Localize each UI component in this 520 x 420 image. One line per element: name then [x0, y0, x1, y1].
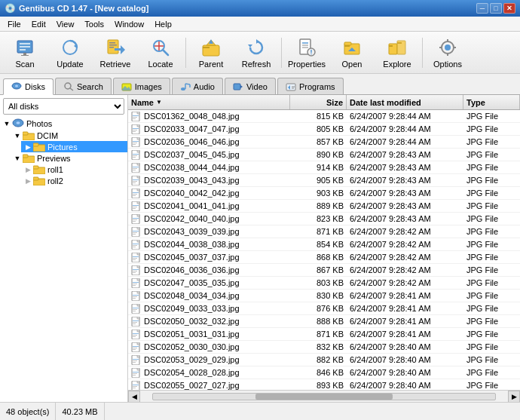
file-type-cell: JPG File — [463, 342, 520, 352]
table-row[interactable]: DSC02054_0028_028.jpg 846 KB 6/24/2007 9… — [128, 366, 520, 379]
file-list[interactable]: DSC01362_0048_048.jpg 815 KB 6/24/2007 9… — [128, 110, 520, 390]
explore-button[interactable]: Explore — [375, 34, 419, 72]
table-row[interactable]: DSC02049_0033_033.jpg 876 KB 6/24/2007 9… — [128, 302, 520, 315]
table-row[interactable]: DSC02033_0047_047.jpg 805 KB 6/24/2007 9… — [128, 123, 520, 136]
table-row[interactable]: DSC02041_0041_041.jpg 889 KB 6/24/2007 9… — [128, 200, 520, 213]
jpg-file-icon — [131, 201, 142, 210]
close-button[interactable]: ✕ — [503, 3, 515, 14]
minimize-button[interactable]: ─ — [476, 3, 488, 14]
menu-help[interactable]: Help — [150, 18, 176, 30]
table-row[interactable]: DSC01362_0048_048.jpg 815 KB 6/24/2007 9… — [128, 110, 520, 123]
refresh-button[interactable]: Refresh — [234, 34, 278, 72]
tab-audio[interactable]: Audio — [172, 78, 223, 94]
table-row[interactable]: DSC02042_0040_040.jpg 823 KB 6/24/2007 9… — [128, 213, 520, 225]
properties-button[interactable]: Properties — [285, 34, 329, 72]
table-row[interactable]: DSC02037_0045_045.jpg 890 KB 6/24/2007 9… — [128, 149, 520, 161]
file-name-cell: DSC02042_0040_040.jpg — [128, 213, 290, 224]
table-row[interactable]: DSC02051_0031_031.jpg 871 KB 6/24/2007 9… — [128, 328, 520, 341]
svg-rect-141 — [137, 253, 139, 255]
scroll-left-button[interactable]: ◀ — [128, 391, 140, 403]
tab-disks[interactable]: Disks — [3, 78, 54, 95]
folder-icon-pictures — [33, 142, 45, 152]
restore-button[interactable]: □ — [490, 3, 502, 14]
tree-toggle-roll2[interactable]: ▶ — [23, 177, 33, 185]
table-row[interactable]: DSC02044_0038_038.jpg 854 KB 6/24/2007 9… — [128, 238, 520, 251]
menu-edit[interactable]: Edit — [27, 18, 50, 30]
disk-filter-select[interactable]: All disks — [3, 98, 124, 115]
horizontal-scrollbar[interactable]: ◀ ▶ — [128, 390, 520, 402]
file-type-cell: JPG File — [463, 201, 520, 211]
open-button[interactable]: Open — [330, 34, 374, 72]
table-row[interactable]: DSC02052_0030_030.jpg 832 KB 6/24/2007 9… — [128, 341, 520, 354]
col-header-size[interactable]: Size — [290, 95, 347, 109]
locate-button[interactable]: Locate — [139, 34, 182, 72]
file-name-cell: DSC02047_0035_035.jpg — [128, 277, 290, 288]
svg-rect-4 — [23, 53, 26, 55]
parent-button[interactable]: Parent — [189, 34, 233, 72]
jpg-file-icon — [131, 368, 142, 377]
svg-rect-183 — [137, 342, 139, 345]
svg-rect-153 — [137, 278, 139, 281]
table-row[interactable]: DSC02036_0046_046.jpg 857 KB 6/24/2007 9… — [128, 136, 520, 149]
menu-file[interactable]: File — [3, 18, 26, 30]
scroll-thumb[interactable] — [255, 394, 393, 400]
update-button[interactable]: Update — [48, 34, 92, 72]
file-date-cell: 6/24/2007 9:28:42 AM — [347, 239, 463, 250]
svg-rect-83 — [133, 130, 137, 130]
svg-rect-87 — [137, 137, 139, 139]
tree-toggle-previews[interactable]: ▼ — [12, 155, 23, 162]
table-row[interactable]: DSC02043_0039_039.jpg 871 KB 6/24/2007 9… — [128, 225, 520, 238]
retrieve-button[interactable]: Retrieve — [93, 34, 137, 72]
tree-label-roll2: roll2 — [47, 176, 63, 185]
tree-item-previews[interactable]: ▼ Previews — [11, 152, 127, 164]
scan-button[interactable]: Scan — [3, 34, 47, 72]
tree-toggle-pictures[interactable]: ▶ — [23, 143, 33, 151]
scroll-track[interactable] — [152, 393, 496, 400]
scroll-right-button[interactable]: ▶ — [508, 391, 520, 403]
svg-rect-155 — [133, 284, 137, 284]
table-row[interactable]: DSC02040_0042_042.jpg 903 KB 6/24/2007 9… — [128, 187, 520, 200]
table-row[interactable]: DSC02053_0029_029.jpg 882 KB 6/24/2007 9… — [128, 354, 520, 366]
menu-view[interactable]: View — [52, 18, 79, 30]
tree-item-roll2[interactable]: ▶ roll2 — [21, 175, 127, 186]
tree-toggle-photos[interactable]: ▼ — [2, 120, 12, 127]
table-row[interactable]: DSC02039_0043_043.jpg 905 KB 6/24/2007 9… — [128, 174, 520, 187]
tree-item-roll1[interactable]: ▶ roll1 — [21, 164, 127, 175]
table-row[interactable]: DSC02045_0037_037.jpg 868 KB 6/24/2007 9… — [128, 251, 520, 264]
svg-rect-82 — [133, 128, 139, 129]
table-row[interactable]: DSC02055_0027_027.jpg 893 KB 6/24/2007 9… — [128, 379, 520, 390]
col-header-type[interactable]: Type — [463, 95, 520, 109]
tab-video[interactable]: Video — [225, 78, 276, 94]
file-date-cell: 6/24/2007 9:28:43 AM — [347, 201, 463, 211]
tree-label-roll1: roll1 — [47, 165, 63, 174]
menu-tools[interactable]: Tools — [80, 18, 109, 30]
tree-item-photos[interactable]: ▼ Photos — [0, 118, 127, 130]
file-name-cell: DSC02039_0043_043.jpg — [128, 175, 290, 185]
tree-item-pictures[interactable]: ▶ Pictures — [21, 141, 127, 152]
options-button[interactable]: Options — [426, 34, 470, 72]
search-tab-icon — [63, 82, 74, 91]
menu-window[interactable]: Window — [110, 18, 148, 30]
table-row[interactable]: DSC02046_0036_036.jpg 867 KB 6/24/2007 9… — [128, 264, 520, 277]
table-row[interactable]: DSC02048_0034_034.jpg 830 KB 6/24/2007 9… — [128, 290, 520, 302]
svg-rect-88 — [133, 141, 139, 142]
col-header-date[interactable]: Date last modified — [347, 95, 463, 109]
col-header-name[interactable]: Name ▼ — [128, 95, 290, 109]
tree-toggle-dcim[interactable]: ▼ — [12, 132, 23, 139]
svg-rect-148 — [133, 269, 139, 270]
tree-toggle-roll1[interactable]: ▶ — [23, 166, 33, 173]
app-icon: 💿 — [5, 3, 16, 14]
tree-item-dcim[interactable]: ▼ DCIM — [11, 130, 127, 141]
tab-search[interactable]: Search — [55, 78, 112, 94]
svg-rect-105 — [137, 176, 139, 178]
tree-label-previews: Previews — [37, 154, 71, 163]
tab-programs[interactable]: Programs — [277, 78, 344, 94]
svg-rect-64 — [23, 132, 28, 135]
file-type-cell: JPG File — [463, 316, 520, 326]
file-name-cell: DSC02050_0032_032.jpg — [128, 316, 290, 326]
table-row[interactable]: DSC02038_0044_044.jpg 914 KB 6/24/2007 9… — [128, 161, 520, 174]
tab-images[interactable]: Images — [113, 78, 170, 94]
table-row[interactable]: DSC02047_0035_035.jpg 803 KB 6/24/2007 9… — [128, 277, 520, 290]
file-size-cell: 830 KB — [290, 290, 347, 301]
table-row[interactable]: DSC02050_0032_032.jpg 888 KB 6/24/2007 9… — [128, 315, 520, 328]
